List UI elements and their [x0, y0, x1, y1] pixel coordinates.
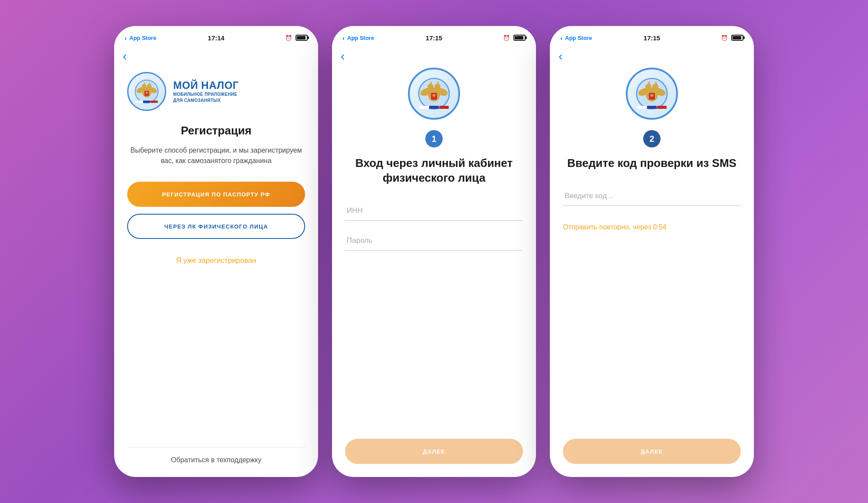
- svg-point-5: [142, 84, 147, 89]
- step-badge-1: 1: [425, 130, 443, 147]
- logo-circle-centered-2: [408, 68, 460, 120]
- svg-rect-27: [429, 106, 439, 109]
- chevron-icon: ‹: [125, 34, 127, 42]
- status-left-1: ‹ App Store: [125, 34, 156, 42]
- emblem-svg-2: [417, 76, 451, 111]
- svg-rect-40: [637, 106, 647, 109]
- status-time-3: 17:15: [644, 34, 660, 42]
- svg-point-34: [645, 84, 651, 90]
- tech-support-link[interactable]: Обратиться в техподдержку: [171, 456, 261, 464]
- already-registered-link[interactable]: Я уже зарегистрирован: [176, 256, 256, 265]
- phone-screen-2: ‹ App Store 17:15 ⏰ ‹: [332, 26, 536, 477]
- battery-icon-3: [731, 35, 743, 41]
- nav-bar-3: ‹: [550, 47, 754, 68]
- passport-button[interactable]: РЕГИСТРАЦИЯ ПО ПАСПОРТУ РФ: [127, 182, 305, 207]
- svg-rect-28: [439, 106, 449, 109]
- svg-rect-12: [136, 101, 143, 103]
- svg-rect-42: [657, 106, 667, 109]
- logo-circle-centered-3: [626, 68, 678, 120]
- app-store-label-2[interactable]: App Store: [347, 35, 374, 41]
- svg-point-21: [434, 84, 441, 90]
- battery-icon-2: [513, 35, 526, 41]
- logo-area: МОЙ НАЛОГ МОБИЛЬНОЕ ПРИЛОЖЕНИЕ ДЛЯ САМОЗ…: [127, 68, 305, 124]
- screen-content-2: 1 Вход через личный кабинет физического …: [332, 68, 536, 477]
- status-right-2: ⏰: [503, 35, 526, 41]
- back-button-2[interactable]: ‹: [341, 50, 345, 62]
- chevron-icon-2: ‹: [342, 34, 345, 42]
- nav-bar-1: ‹: [114, 47, 318, 68]
- sms-code-input[interactable]: [563, 186, 741, 206]
- status-bar-1: ‹ App Store 17:14 ⏰: [114, 26, 318, 47]
- logo-subtitle-1: МОБИЛЬНОЕ ПРИЛОЖЕНИЕ: [173, 91, 239, 98]
- next-button-2[interactable]: ДАЛЕЕ: [345, 439, 523, 464]
- svg-point-6: [147, 84, 152, 89]
- screen-content-1: МОЙ НАЛОГ МОБИЛЬНОЕ ПРИЛОЖЕНИЕ ДЛЯ САМОЗ…: [114, 68, 318, 477]
- svg-rect-41: [647, 106, 657, 109]
- chevron-icon-3: ‹: [560, 34, 562, 42]
- registration-title: Регистрация: [181, 124, 252, 137]
- svg-rect-13: [143, 101, 151, 103]
- back-button-1[interactable]: ‹: [123, 50, 127, 62]
- app-store-label[interactable]: App Store: [129, 35, 156, 41]
- phone-screen-1: ‹ App Store 17:14 ⏰ ‹: [114, 26, 318, 477]
- nav-bar-2: ‹: [332, 47, 536, 68]
- step-badge-2: 2: [643, 130, 661, 147]
- app-store-label-3[interactable]: App Store: [565, 35, 592, 41]
- screen-content-3: 2 Введите код проверки из SMS Отправить …: [550, 68, 754, 477]
- logo-subtitle-2: ДЛЯ САМОЗАНЯТЫХ: [173, 98, 239, 104]
- logo-title: МОЙ НАЛОГ: [173, 79, 239, 91]
- logo-circle: [127, 72, 166, 111]
- status-time-1: 17:14: [208, 34, 224, 42]
- svg-point-20: [427, 84, 434, 90]
- svg-rect-14: [151, 101, 158, 103]
- emblem-svg: [134, 78, 160, 105]
- battery-icon-1: [296, 35, 308, 41]
- login-title: Вход через личный кабинет физического ли…: [345, 156, 523, 186]
- back-button-3[interactable]: ‹: [559, 50, 562, 62]
- alarm-icon-2: ⏰: [503, 35, 510, 41]
- status-bar-2: ‹ App Store 17:15 ⏰: [332, 26, 536, 47]
- phone-screen-3: ‹ App Store 17:15 ⏰ ‹: [550, 26, 754, 477]
- alarm-icon-3: ⏰: [721, 35, 728, 41]
- status-bar-3: ‹ App Store 17:15 ⏰: [550, 26, 754, 47]
- sms-title: Введите код проверки из SMS: [567, 156, 736, 171]
- logo-text-area: МОЙ НАЛОГ МОБИЛЬНОЕ ПРИЛОЖЕНИЕ ДЛЯ САМОЗ…: [173, 79, 239, 104]
- emblem-svg-3: [635, 76, 669, 111]
- next-button-3[interactable]: ДАЛЕЕ: [563, 439, 741, 464]
- svg-rect-26: [419, 106, 429, 109]
- registration-description: Выберите способ регистрации, и мы зареги…: [127, 145, 305, 166]
- bottom-link-area: Обратиться в техподдержку: [127, 447, 305, 477]
- status-right-3: ⏰: [721, 35, 743, 41]
- status-left-3: ‹ App Store: [560, 34, 592, 42]
- status-time-2: 17:15: [426, 34, 442, 42]
- inn-input[interactable]: [345, 201, 523, 221]
- status-left-2: ‹ App Store: [342, 34, 374, 42]
- resend-text[interactable]: Отправить повторно, через 0:54: [563, 223, 741, 231]
- password-input[interactable]: [345, 231, 523, 251]
- status-right-1: ⏰: [285, 35, 308, 41]
- alarm-icon: ⏰: [285, 35, 292, 41]
- svg-point-35: [652, 84, 658, 90]
- lk-button[interactable]: ЧЕРЕЗ ЛК ФИЗИЧЕСКОГО ЛИЦА: [127, 214, 305, 239]
